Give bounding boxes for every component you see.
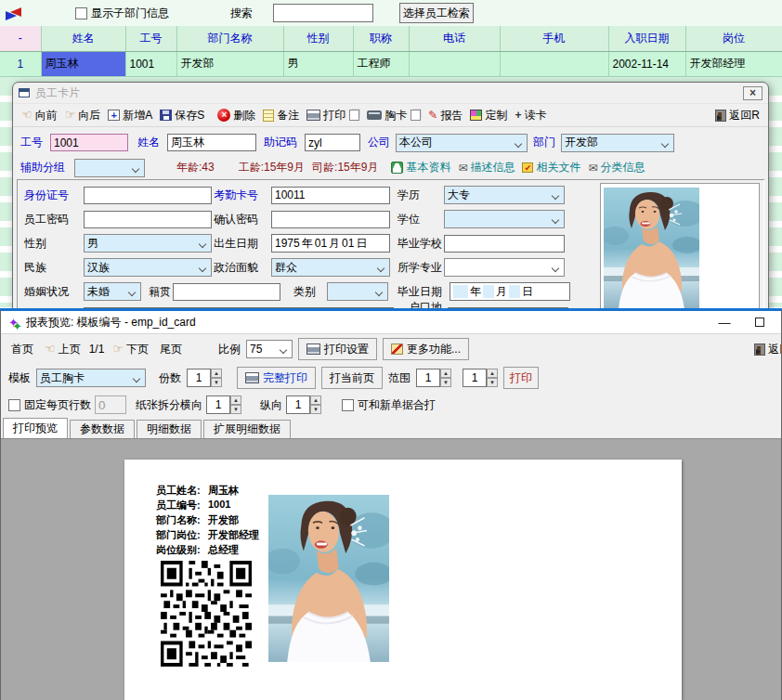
preview-canvas[interactable]: 员工姓名:周玉林 员工编号:1001 部门名称:开发部 部门岗位:开发部经理 岗… xyxy=(1,438,781,700)
show-subdept-checkbox[interactable] xyxy=(75,7,87,19)
report-titlebar[interactable]: 报表预览: 模板编号 - emp_id_card — xyxy=(1,311,781,333)
col-header-title[interactable]: 职称 xyxy=(353,26,409,51)
col-header-name[interactable]: 姓名 xyxy=(41,26,125,51)
col-header-index[interactable]: - xyxy=(0,26,41,51)
cell-position[interactable]: 开发部经理 xyxy=(685,51,782,76)
ethnicity-label: 民族 xyxy=(24,260,84,276)
company-select[interactable]: 本公司 xyxy=(396,134,528,152)
mnemonic-field[interactable] xyxy=(305,134,360,151)
print-button[interactable]: 打印 xyxy=(503,367,539,389)
dialog-titlebar[interactable]: 员工卡片 xyxy=(13,83,768,103)
col-header-empno[interactable]: 工号 xyxy=(125,26,176,51)
badge-preview-icon[interactable] xyxy=(411,110,421,121)
range-to-stepper[interactable]: 1 xyxy=(463,369,498,387)
cell-title[interactable]: 工程师 xyxy=(353,51,409,76)
minimize-icon[interactable]: — xyxy=(710,316,738,330)
merge-print-checkbox[interactable] xyxy=(342,399,354,411)
split-vertical-stepper[interactable]: 1 xyxy=(286,395,321,414)
save-button[interactable]: 保存S xyxy=(157,107,207,124)
add-button[interactable]: 新增A xyxy=(105,107,155,124)
prev-button[interactable]: ☜向前 xyxy=(19,107,60,124)
tab-parameter-data[interactable]: 参数数据 xyxy=(70,420,135,438)
fixed-rows-checkbox[interactable] xyxy=(8,399,20,411)
delete-button[interactable]: 删除 xyxy=(215,107,258,124)
cell-name-selected[interactable]: 周玉林 xyxy=(41,51,125,76)
prev-page-button[interactable]: ☜上页 xyxy=(42,340,84,359)
search-input[interactable] xyxy=(273,4,373,22)
col-header-hiredate[interactable]: 入职日期 xyxy=(608,26,685,51)
confirm-password-field[interactable] xyxy=(271,211,390,228)
first-page-button[interactable]: 首页 xyxy=(8,340,36,359)
marriage-select[interactable]: 未婚 xyxy=(84,282,141,301)
tab-detail-data[interactable]: 明细数据 xyxy=(137,420,202,438)
cell-hiredate[interactable]: 2002-11-14 xyxy=(608,51,685,76)
split-horizontal-stepper[interactable]: 1 xyxy=(206,395,241,414)
tab-extended-detail-data[interactable]: 扩展明细数据 xyxy=(203,420,291,438)
cell-index[interactable]: 1 xyxy=(0,51,41,76)
more-functions-button[interactable]: 更多功能... xyxy=(383,338,469,360)
col-header-dept[interactable]: 部门名称 xyxy=(176,26,283,51)
range-from-stepper[interactable]: 1 xyxy=(416,369,451,387)
fixed-rows-field[interactable] xyxy=(95,395,126,414)
last-page-button[interactable]: 尾页 xyxy=(157,340,185,359)
attendance-field[interactable] xyxy=(271,187,390,204)
tab-description[interactable]: 描述信息 xyxy=(458,160,515,175)
col-header-mobile[interactable]: 手机 xyxy=(500,26,608,51)
graddate-field[interactable]: 年 月 日 xyxy=(450,282,570,301)
cell-phone[interactable] xyxy=(409,51,500,76)
confirm-password-label: 确认密码 xyxy=(212,212,271,227)
major-select[interactable] xyxy=(444,258,565,277)
col-header-gender[interactable]: 性别 xyxy=(283,26,353,51)
customize-button[interactable]: 定制 xyxy=(467,107,510,124)
swap-arrows-icon[interactable] xyxy=(5,6,23,19)
gender-select[interactable]: 男 xyxy=(84,234,212,253)
full-print-button[interactable]: 完整打印 xyxy=(237,367,316,389)
cell-empno[interactable]: 1001 xyxy=(125,51,176,76)
select-employee-search-button[interactable]: 选择员工检索 xyxy=(399,3,474,23)
tab-basic-info[interactable]: 基本资料 xyxy=(391,160,450,175)
print-button[interactable]: 打印 xyxy=(304,107,362,124)
aux-group-select[interactable] xyxy=(74,159,145,177)
col-header-position[interactable]: 岗位 xyxy=(685,26,782,51)
dept-select[interactable]: 开发部 xyxy=(561,134,674,152)
col-header-phone[interactable]: 电话 xyxy=(409,26,500,51)
name-field[interactable] xyxy=(167,134,256,151)
empno-field[interactable] xyxy=(50,134,128,151)
report-button[interactable]: 报告 xyxy=(425,107,465,124)
badge-button[interactable]: 胸卡 xyxy=(364,107,424,124)
badge-icon xyxy=(367,110,382,120)
hometown-field[interactable] xyxy=(173,283,280,301)
maximize-icon[interactable] xyxy=(746,316,774,330)
cell-gender[interactable]: 男 xyxy=(283,51,353,76)
return-button[interactable]: 返回R xyxy=(751,340,782,359)
school-label: 毕业学校 xyxy=(390,236,444,252)
print-preview-icon[interactable] xyxy=(349,110,359,121)
return-button[interactable]: 返回R xyxy=(712,107,762,124)
type-select[interactable] xyxy=(327,282,388,301)
tab-category-info[interactable]: 分类信息 xyxy=(588,160,645,175)
close-icon[interactable] xyxy=(743,86,762,100)
readcard-button[interactable]: 读卡 xyxy=(512,107,549,124)
politics-select[interactable]: 群众 xyxy=(271,258,390,277)
school-field[interactable] xyxy=(444,235,565,253)
scale-select[interactable]: 75 xyxy=(246,340,293,358)
note-button[interactable]: 备注 xyxy=(260,107,302,124)
tab-print-preview[interactable]: 打印预览 xyxy=(3,418,68,438)
degree-select[interactable] xyxy=(444,210,565,228)
next-page-button[interactable]: ☞下页 xyxy=(110,340,151,359)
report-title: 报表预览: 模板编号 - emp_id_card xyxy=(26,315,196,331)
card-field-empno: 员工编号:1001 xyxy=(156,499,230,512)
cell-mobile[interactable] xyxy=(500,51,608,76)
password-field[interactable] xyxy=(84,211,212,228)
birthdate-field[interactable]: 1975年 01月 01日 xyxy=(271,234,390,253)
cell-dept[interactable]: 开发部 xyxy=(176,51,283,76)
next-button[interactable]: ☞向后 xyxy=(62,107,104,124)
print-current-page-button[interactable]: 打当前页 xyxy=(321,367,383,389)
copies-stepper[interactable]: 1 xyxy=(187,369,222,387)
idcard-field[interactable] xyxy=(84,187,212,204)
print-setup-button[interactable]: 打印设置 xyxy=(298,338,377,360)
education-select[interactable]: 大专 xyxy=(444,186,565,204)
ethnicity-select[interactable]: 汉族 xyxy=(84,258,212,277)
tab-related-files[interactable]: 相关文件 xyxy=(522,160,580,175)
template-select[interactable]: 员工胸卡 xyxy=(36,369,146,387)
